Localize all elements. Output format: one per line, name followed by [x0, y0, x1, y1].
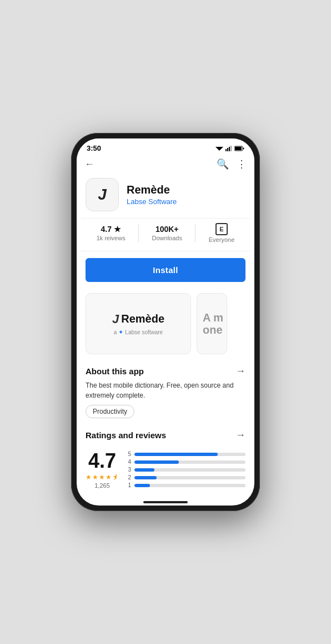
svg-marker-0 [215, 147, 223, 151]
partial-text: A m one [203, 311, 223, 336]
svg-rect-1 [225, 149, 227, 151]
bar-row: 2 [127, 474, 245, 480]
svg-rect-6 [243, 147, 244, 149]
star-3: ★ [99, 473, 105, 481]
screenshot-app-name: Remède [121, 313, 164, 325]
bar-fill [134, 476, 157, 479]
ratings-arrow[interactable]: → [235, 429, 245, 441]
bar-label: 4 [127, 459, 131, 465]
svg-rect-2 [227, 148, 228, 151]
bar-label: 5 [127, 451, 131, 457]
bottom-bar [77, 497, 254, 506]
rating-value: 4.7 ★ [101, 225, 121, 234]
bar-label: 1 [127, 482, 131, 488]
downloads-stat: 100K+ Downloads [152, 225, 182, 241]
bar-track [134, 484, 245, 487]
rating-label: 1k reivews [97, 235, 126, 241]
app-name: Remède [127, 184, 177, 196]
bar-label: 3 [127, 467, 131, 473]
screenshot-subtitle: a ✦ Labse software [114, 329, 163, 336]
ratings-section-header: Ratings and reviews → [86, 429, 245, 441]
status-time: 3:50 [87, 144, 101, 152]
install-button[interactable]: Install [86, 258, 245, 282]
bar-track [134, 476, 245, 479]
nav-actions: 🔍 ⋮ [217, 158, 247, 170]
audience-stat: E Everyone [209, 223, 234, 243]
search-button[interactable]: 🔍 [217, 158, 229, 170]
more-button[interactable]: ⋮ [237, 158, 247, 170]
about-title: About this app [86, 366, 144, 376]
app-header: J Remède Labse Software [77, 174, 254, 218]
status-bar: 3:50 [77, 138, 254, 156]
bar-row: 4 [127, 459, 245, 465]
rating-bars: 5 4 3 2 1 [127, 451, 245, 488]
downloads-value: 100K+ [156, 225, 179, 234]
app-developer[interactable]: Labse Software [127, 197, 177, 206]
bar-track [134, 468, 245, 472]
app-logo: J [86, 178, 119, 211]
star-4: ★ [106, 473, 112, 481]
ratings-section: Ratings and reviews → [77, 423, 254, 449]
rating-count: 1,265 [94, 482, 110, 489]
bar-row: 3 [127, 467, 245, 473]
battery-icon [234, 146, 244, 151]
bar-track [134, 453, 245, 456]
phone-screen: 3:50 ← [77, 138, 254, 506]
phone-frame: 3:50 ← [71, 133, 260, 511]
bar-label: 2 [127, 474, 131, 480]
star-1: ★ [86, 473, 92, 481]
screenshot-logo: J [112, 312, 119, 326]
app-info: Remède Labse Software [127, 184, 177, 206]
ratings-title: Ratings and reviews [86, 430, 166, 440]
screenshots-row: J Remède a ✦ Labse software A m one [77, 289, 254, 359]
bar-fill [134, 460, 179, 464]
home-indicator [143, 501, 188, 503]
stars-row: ★ ★ ★ ★ ⯨ [86, 473, 119, 481]
productivity-tag[interactable]: Productivity [86, 405, 134, 418]
big-rating: 4.7 ★ ★ ★ ★ ⯨ 1,265 [86, 451, 119, 489]
screenshot-1: J Remède a ✦ Labse software [86, 293, 191, 354]
bar-row: 5 [127, 451, 245, 457]
everyone-icon: E [215, 223, 228, 235]
back-button[interactable]: ← [84, 158, 94, 170]
big-rating-number: 4.7 [88, 451, 116, 471]
rating-stat: 4.7 ★ 1k reivews [97, 225, 126, 241]
downloads-label: Downloads [152, 235, 182, 241]
svg-rect-3 [229, 147, 230, 151]
bar-fill [134, 453, 218, 456]
bar-fill [134, 484, 150, 487]
stat-divider-2 [195, 224, 195, 242]
bar-fill [134, 468, 154, 472]
bar-track [134, 460, 245, 464]
star-2: ★ [92, 473, 98, 481]
status-icons [215, 146, 244, 151]
stat-divider-1 [138, 224, 139, 242]
about-description: The best mobile dictionary. Free, open s… [86, 380, 245, 400]
about-section: About this app → The best mobile diction… [77, 359, 254, 423]
svg-rect-4 [230, 146, 232, 151]
ratings-content: 4.7 ★ ★ ★ ★ ⯨ 1,265 5 4 [77, 449, 254, 494]
nav-bar: ← 🔍 ⋮ [77, 156, 254, 174]
about-arrow[interactable]: → [235, 365, 245, 377]
signal-icon [225, 146, 232, 151]
svg-rect-7 [235, 147, 242, 150]
bar-row: 1 [127, 482, 245, 488]
wifi-icon [215, 146, 223, 151]
star-5-half: ⯨ [112, 473, 119, 481]
audience-label: Everyone [209, 236, 234, 243]
about-section-header: About this app → [86, 365, 245, 377]
screenshot-2: A m one [197, 293, 227, 354]
stats-row: 4.7 ★ 1k reivews 100K+ Downloads E Every… [81, 218, 250, 251]
